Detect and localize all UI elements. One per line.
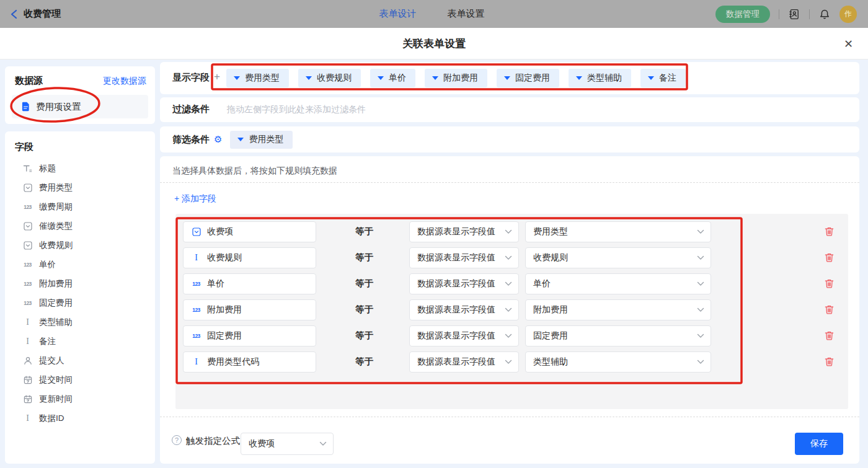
modal-header: 关联表单设置 ✕: [0, 28, 868, 60]
screen-filter-chip[interactable]: 费用类型: [230, 131, 293, 149]
select-icon: [22, 241, 33, 250]
address-book-icon[interactable]: [788, 8, 800, 20]
user-avatar[interactable]: 作: [839, 6, 857, 23]
display-field-chip[interactable]: 单价: [370, 69, 415, 87]
rule-target-field[interactable]: 收费项: [183, 221, 316, 242]
modal-footer: ? 触发指定公式 收费项 保存: [160, 426, 859, 464]
dropdown-caret-icon: [378, 76, 384, 80]
delete-rule-icon[interactable]: [824, 330, 835, 341]
display-field-chip[interactable]: 费用类型: [226, 69, 289, 87]
rule-source-select[interactable]: 数据源表显示字段值: [409, 299, 519, 320]
trigger-formula-select[interactable]: 收费项: [241, 433, 334, 455]
rule-target-field[interactable]: I 收费规则: [183, 247, 316, 268]
screen-filter-label: 筛选条件: [172, 134, 210, 146]
trigger-formula-label: 触发指定公式: [186, 435, 240, 447]
display-field-chips: 费用类型 收费规则 单价 附加费用: [226, 69, 686, 87]
field-list-item[interactable]: 提交人: [5, 351, 155, 370]
text-icon: I: [22, 317, 33, 327]
tab-form-settings[interactable]: 表单设置: [448, 8, 485, 20]
rule-row: 123 单价 等于 数据源表显示字段值 单价: [183, 273, 848, 294]
field-list-item[interactable]: 更新时间: [5, 389, 155, 408]
bell-icon[interactable]: [818, 8, 831, 20]
select-icon: [22, 222, 33, 231]
field-list-item[interactable]: 123 附加费用: [5, 274, 155, 293]
delete-rule-icon[interactable]: [824, 356, 835, 367]
field-list-item[interactable]: 收费规则: [5, 236, 155, 255]
rule-source-select[interactable]: 数据源表显示字段值: [409, 221, 519, 242]
rule-operator: 等于: [355, 278, 373, 289]
field-label: 提交时间: [39, 374, 73, 386]
add-field-link[interactable]: + 添加字段: [174, 193, 216, 205]
help-icon[interactable]: ?: [172, 435, 182, 445]
chip-label: 收费规则: [317, 73, 352, 84]
field-list-item[interactable]: 提交时间: [5, 370, 155, 389]
dropdown-caret-icon: [306, 76, 312, 80]
datasource-title: 数据源: [15, 75, 43, 87]
gear-icon[interactable]: ⚙: [214, 135, 222, 144]
display-field-chip[interactable]: 附加费用: [425, 69, 487, 87]
delete-rule-icon[interactable]: [824, 304, 835, 315]
save-button[interactable]: 保存: [795, 433, 843, 455]
title-icon: [22, 164, 33, 173]
chip-label: 类型辅助: [587, 73, 622, 84]
rule-value-select[interactable]: 类型辅助: [525, 351, 711, 373]
rule-target-field[interactable]: 123 附加费用: [183, 299, 316, 320]
field-list-item[interactable]: I 备注: [5, 332, 155, 351]
field-list-item[interactable]: 123 固定费用: [5, 293, 155, 312]
calendar-icon: [22, 395, 33, 404]
chevron-down-icon: [697, 333, 704, 338]
filter-dropzone[interactable]: 拖动左侧字段到此处来添加过滤条件: [227, 104, 366, 115]
chip-label: 单价: [389, 73, 406, 84]
rule-target-field[interactable]: 123 单价: [183, 273, 316, 294]
field-list-item[interactable]: I 数据ID: [5, 408, 155, 428]
app-title: 收费管理: [24, 8, 61, 20]
field-label: 附加费用: [39, 278, 73, 289]
change-datasource-link[interactable]: 更改数据源: [103, 76, 146, 87]
delete-rule-icon[interactable]: [824, 226, 835, 237]
field-list-item[interactable]: 标题: [5, 159, 155, 178]
number-icon: 123: [191, 333, 202, 339]
rule-row: 123 附加费用 等于 数据源表显示字段值 附加费用: [183, 299, 848, 320]
number-icon: 123: [191, 307, 202, 313]
related-form-settings-page: 收费管理 表单设计 表单设置 数据管理 作 关联表单设置 ✕ 数据源 更改数据源: [0, 0, 868, 468]
rule-value-select[interactable]: 固定费用: [525, 325, 711, 347]
datasource-item[interactable]: 费用项设置: [12, 95, 148, 118]
data-manage-button[interactable]: 数据管理: [715, 6, 770, 23]
field-list-item[interactable]: 费用类型: [5, 178, 155, 197]
tab-form-design[interactable]: 表单设计: [379, 8, 417, 20]
rule-source-select[interactable]: 数据源表显示字段值: [409, 351, 519, 373]
display-field-chip[interactable]: 固定费用: [497, 69, 559, 87]
display-field-chip[interactable]: 收费规则: [298, 69, 361, 87]
display-field-chip[interactable]: 备注: [640, 69, 686, 87]
field-list-item[interactable]: 123 缴费周期: [5, 197, 155, 216]
add-display-field-button[interactable]: +: [214, 71, 220, 83]
rule-field-label: 费用类型代码: [207, 356, 259, 368]
field-list-item[interactable]: I 类型辅助: [5, 312, 155, 332]
rule-source-select[interactable]: 数据源表显示字段值: [409, 325, 519, 347]
fields-title: 字段: [15, 141, 33, 153]
rule-value-select[interactable]: 收费规则: [525, 247, 711, 268]
delete-rule-icon[interactable]: [824, 252, 835, 263]
rule-source-select[interactable]: 数据源表显示字段值: [409, 273, 519, 294]
rule-value-select[interactable]: 费用类型: [525, 221, 711, 242]
number-icon: 123: [191, 281, 202, 287]
filter-label: 过滤条件: [172, 104, 210, 115]
rule-field-label: 固定费用: [207, 330, 242, 342]
rule-value-select[interactable]: 附加费用: [525, 299, 711, 320]
field-list-item[interactable]: 123 单价: [5, 255, 155, 274]
close-icon[interactable]: ✕: [844, 28, 853, 60]
chip-label: 费用类型: [245, 73, 280, 84]
rule-target-field[interactable]: 123 固定费用: [183, 325, 316, 347]
rule-source-select[interactable]: 数据源表显示字段值: [409, 247, 519, 268]
field-label: 单价: [39, 259, 56, 270]
rule-target-field[interactable]: I 费用类型代码: [183, 351, 316, 373]
back-button[interactable]: [10, 9, 19, 19]
delete-rule-icon[interactable]: [824, 278, 835, 289]
rule-field-label: 收费项: [207, 226, 233, 237]
divider: [160, 417, 859, 417]
rule-value-select[interactable]: 单价: [525, 273, 711, 294]
field-label: 标题: [39, 163, 56, 174]
field-list: 标题 费用类型 123 缴费周期 催缴类型: [5, 159, 155, 428]
field-list-item[interactable]: 催缴类型: [5, 216, 155, 236]
display-field-chip[interactable]: 类型辅助: [569, 69, 631, 87]
